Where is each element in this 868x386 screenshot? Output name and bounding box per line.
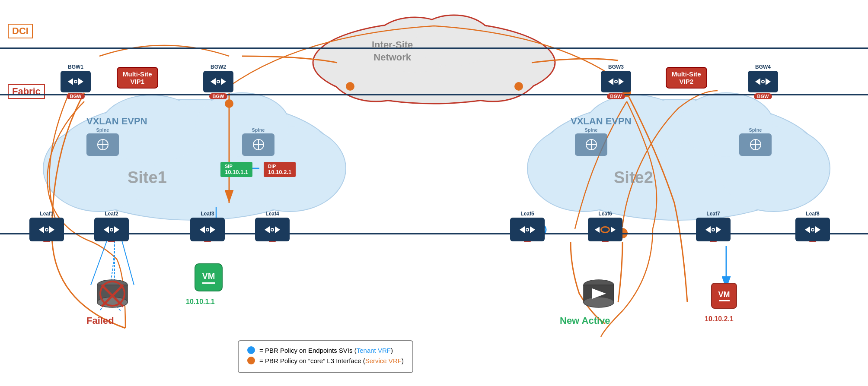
svg-point-32 xyxy=(346,82,354,91)
bgw4-icon xyxy=(748,71,778,92)
svg-point-5 xyxy=(314,22,554,103)
leaf1-box: Leaf1 xyxy=(29,211,64,242)
inter-site-cloud-group xyxy=(313,15,555,104)
bgw1-label: BGW xyxy=(67,93,85,99)
leaf3-badge xyxy=(204,241,211,242)
leaf8-icon xyxy=(795,218,830,241)
legend-item-blue: = PBR Policy on Endpoints SVIs (Tenant V… xyxy=(247,346,404,354)
legend-orange-dot xyxy=(247,357,255,364)
leaf2-icon xyxy=(94,218,129,241)
multivip2-box: Multi-SiteVIP2 xyxy=(666,67,707,89)
bgw3-box: BGW3 BGW xyxy=(601,64,631,99)
spine4-icon xyxy=(739,133,772,156)
dci-label: DCI xyxy=(8,24,33,38)
vm-ip1-label: 10.10.1.1 xyxy=(186,298,215,306)
vxlan-cloud-left xyxy=(43,93,346,220)
leaf4-icon xyxy=(255,218,290,241)
bgw1-icon xyxy=(61,71,91,92)
fabric-line xyxy=(0,94,868,95)
leaf4-badge xyxy=(269,241,276,242)
spine4-box: Spine xyxy=(739,127,772,156)
leaf1-icon xyxy=(29,218,64,241)
svg-point-30 xyxy=(225,99,233,108)
bgw2-label: BGW xyxy=(209,93,228,99)
multivip1-box: Multi-SiteVIP1 xyxy=(117,67,158,89)
leaf3-box: Leaf3 xyxy=(190,211,225,242)
leaf7-box: Leaf7 xyxy=(696,211,731,242)
vxlan-evpn-label-left: VXLAN EVPN xyxy=(86,116,147,127)
leaf6-badge xyxy=(602,241,609,242)
vxlan-evpn-label-right: VXLAN EVPN xyxy=(571,116,632,127)
leaf8-badge xyxy=(809,241,816,242)
bgw1-box: BGW1 BGW xyxy=(61,64,91,99)
bgw3-icon xyxy=(601,71,631,92)
new-active-label: New Active xyxy=(560,315,610,326)
vm-green: VM xyxy=(195,263,223,291)
svg-point-7 xyxy=(446,38,539,101)
spine2-box: Spine xyxy=(242,127,274,156)
svg-point-9 xyxy=(416,16,492,66)
fabric-label: Fabric xyxy=(8,84,45,99)
endpoint-line xyxy=(0,233,868,234)
leaf2-badge xyxy=(108,241,115,242)
leaf7-badge xyxy=(710,241,717,242)
connections-overlay xyxy=(0,0,868,386)
dci-line xyxy=(0,47,868,49)
leaf8-box: Leaf8 xyxy=(795,211,830,242)
bgw4-box: BGW4 BGW xyxy=(748,64,778,99)
spine3-box: Spine xyxy=(575,127,607,156)
svg-point-27 xyxy=(718,126,829,211)
spine1-box: Spine xyxy=(86,127,119,156)
vm-red: VM xyxy=(711,283,737,309)
legend-item-orange: = PBR Policy on “core” L3 Interface (Ser… xyxy=(247,357,404,364)
legend-box: = PBR Policy on Endpoints SVIs (Tenant V… xyxy=(238,340,413,373)
leaf6-box: Leaf6 xyxy=(588,211,622,242)
diagram-container: DCI Fabric Inter-SiteNetwork VXLAN EVPN … xyxy=(0,0,868,386)
bgw2-box: BGW2 BGW xyxy=(203,64,233,99)
bgw2-icon xyxy=(203,71,233,92)
leaf3-icon xyxy=(190,218,225,241)
site1-label: Site1 xyxy=(128,168,167,187)
site2-label: Site2 xyxy=(614,168,653,187)
vm-ip2-label: 10.10.2.1 xyxy=(705,315,734,323)
sip-badge: SIP 10.10.1.1 xyxy=(220,162,252,177)
vxlan-cloud-right xyxy=(527,93,830,220)
legend-blue-text: = PBR Policy on Endpoints SVIs (Tenant V… xyxy=(259,347,393,354)
leaf4-box: Leaf4 xyxy=(255,211,290,242)
leaf7-icon xyxy=(696,218,731,241)
legend-orange-text: = PBR Policy on “core” L3 Interface (Ser… xyxy=(259,357,404,364)
leaf6-icon xyxy=(588,218,622,241)
svg-point-2 xyxy=(445,37,540,101)
spine3-icon xyxy=(575,133,607,156)
svg-point-0 xyxy=(313,22,555,104)
legend-blue-dot xyxy=(247,346,255,354)
leaf5-box: Leaf5 xyxy=(510,211,545,242)
svg-point-4 xyxy=(415,15,493,67)
leaf5-icon xyxy=(510,218,545,241)
leaf1-badge xyxy=(43,241,50,242)
dip-badge: DIP 10.10.2.1 xyxy=(264,162,296,177)
svg-point-67 xyxy=(584,297,614,307)
new-active-router xyxy=(579,276,618,313)
svg-point-33 xyxy=(514,82,523,91)
spine1-icon xyxy=(86,133,119,156)
spine2-icon xyxy=(242,133,274,156)
inter-site-label: Inter-SiteNetwork xyxy=(372,39,413,63)
bgw3-label: BGW xyxy=(607,93,625,99)
svg-point-22 xyxy=(718,125,830,212)
leaf5-badge xyxy=(524,241,531,242)
failed-router xyxy=(93,276,132,313)
failed-label: Failed xyxy=(86,315,114,326)
leaf2-box: Leaf2 xyxy=(94,211,129,242)
bgw4-label: BGW xyxy=(754,93,772,99)
